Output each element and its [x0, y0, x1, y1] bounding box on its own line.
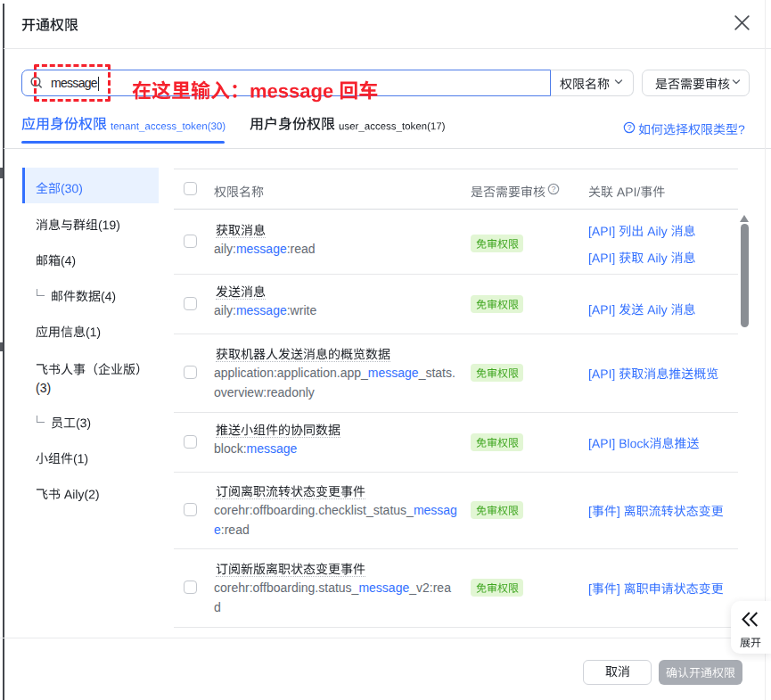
svg-text:?: ?	[551, 185, 555, 194]
svg-text:?: ?	[627, 123, 631, 132]
